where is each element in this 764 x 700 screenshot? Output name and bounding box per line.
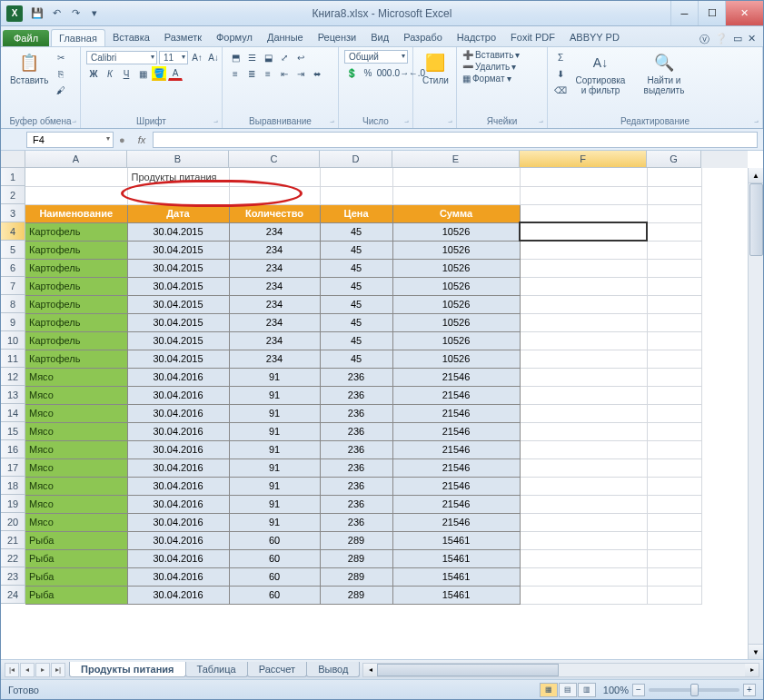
close-button[interactable]: ✕ [725,1,763,25]
row-header-1[interactable]: 1 [1,168,25,186]
ribbon-tab-6[interactable]: Вид [363,29,396,46]
ribbon-tab-9[interactable]: Foxit PDF [503,29,562,46]
row-header-7[interactable]: 7 [1,277,25,295]
cell-A2[interactable] [25,186,127,204]
cell-C12[interactable]: 91 [229,368,320,386]
cell-D24[interactable]: 289 [320,586,392,604]
cell-A4[interactable]: Картофель [25,222,127,241]
ribbon-tab-10[interactable]: ABBYY PD [562,29,627,46]
cells-grid[interactable]: Продукты питанияНаименованиеДатаКоличест… [25,168,748,659]
cell-F11[interactable] [520,350,647,368]
cell-A5[interactable]: Картофель [25,241,127,259]
last-sheet-icon[interactable]: ▸| [51,663,65,677]
cell-G24[interactable] [647,586,701,604]
cell-G17[interactable] [647,458,701,477]
cell-C16[interactable]: 91 [229,440,320,458]
col-header-E[interactable]: E [392,151,520,168]
cell-B20[interactable]: 30.04.2016 [127,513,229,531]
sheet-tab-0[interactable]: Продукты питания [69,662,186,677]
cell-D11[interactable]: 45 [320,350,392,368]
cell-E1[interactable] [392,168,520,186]
row-header-15[interactable]: 15 [1,422,25,440]
cell-B9[interactable]: 30.04.2015 [127,313,229,331]
row-header-9[interactable]: 9 [1,313,25,331]
row-header-2[interactable]: 2 [1,186,25,204]
align-middle-icon[interactable]: ☰ [244,50,259,64]
cell-F23[interactable] [520,567,647,586]
cell-A13[interactable]: Мясо [25,386,127,404]
fill-icon[interactable]: ⬇ [553,66,568,81]
save-icon[interactable]: 💾 [29,5,45,22]
scroll-down-icon[interactable]: ▼ [749,644,763,659]
cell-E3[interactable]: Сумма [392,204,520,222]
ribbon-tab-5[interactable]: Рецензи [311,29,364,46]
cell-B4[interactable]: 30.04.2015 [127,222,229,241]
cell-D16[interactable]: 236 [320,440,392,458]
col-header-G[interactable]: G [647,151,701,168]
wrap-text-icon[interactable]: ↩ [293,50,308,64]
cell-C10[interactable]: 234 [229,331,320,350]
page-layout-view-icon[interactable]: ▤ [559,683,577,697]
inc-decimal-icon[interactable]: .0→ [393,65,408,80]
cell-A17[interactable]: Мясо [25,458,127,477]
cell-E12[interactable]: 21546 [392,368,520,386]
cell-G11[interactable] [647,350,701,368]
sort-filter-button[interactable]: A↓ Сортировка и фильтр [570,50,631,97]
formula-input[interactable] [153,132,758,148]
cell-G22[interactable] [647,549,701,567]
cell-F8[interactable] [520,295,647,313]
cell-F15[interactable] [520,422,647,440]
cell-B10[interactable]: 30.04.2015 [127,331,229,350]
format-cells-button[interactable]: ▦Формат ▾ [462,74,511,84]
cell-B3[interactable]: Дата [127,204,229,222]
cell-B7[interactable]: 30.04.2015 [127,277,229,295]
cell-D10[interactable]: 45 [320,331,392,350]
cell-C19[interactable]: 91 [229,495,320,513]
row-header-3[interactable]: 3 [1,204,25,222]
cell-B11[interactable]: 30.04.2015 [127,350,229,368]
cell-C6[interactable]: 234 [229,259,320,277]
cell-G18[interactable] [647,477,701,495]
copy-icon[interactable]: ⎘ [54,66,68,81]
shrink-font-icon[interactable]: A↓ [206,50,221,64]
cell-E8[interactable]: 10526 [392,295,520,313]
cell-E15[interactable]: 21546 [392,422,520,440]
cell-E9[interactable]: 10526 [392,313,520,331]
cell-D12[interactable]: 236 [320,368,392,386]
cell-E7[interactable]: 10526 [392,277,520,295]
cell-E17[interactable]: 21546 [392,458,520,477]
cell-G4[interactable] [647,222,701,241]
cell-B5[interactable]: 30.04.2015 [127,241,229,259]
undo-icon[interactable]: ↶ [48,5,64,22]
cell-G23[interactable] [647,567,701,586]
cell-G19[interactable] [647,495,701,513]
cell-G2[interactable] [647,186,701,204]
cell-A15[interactable]: Мясо [25,422,127,440]
cell-B23[interactable]: 30.04.2016 [127,567,229,586]
row-header-23[interactable]: 23 [1,567,25,586]
cell-D20[interactable]: 236 [320,513,392,531]
cell-F19[interactable] [520,495,647,513]
cell-A9[interactable]: Картофель [25,313,127,331]
cell-D17[interactable]: 236 [320,458,392,477]
cell-G10[interactable] [647,331,701,350]
underline-button[interactable]: Ч [119,66,134,81]
cell-B21[interactable]: 30.04.2016 [127,531,229,549]
delete-cells-button[interactable]: ➖Удалить ▾ [462,62,516,72]
cell-C20[interactable]: 91 [229,513,320,531]
row-header-20[interactable]: 20 [1,513,25,531]
cell-C1[interactable] [229,168,320,186]
cell-F20[interactable] [520,513,647,531]
cell-B13[interactable]: 30.04.2016 [127,386,229,404]
cell-F4[interactable] [520,222,647,241]
merge-icon[interactable]: ⬌ [310,66,324,81]
cell-E6[interactable]: 10526 [392,259,520,277]
cell-A16[interactable]: Мясо [25,440,127,458]
cell-A18[interactable]: Мясо [25,477,127,495]
cell-G3[interactable] [647,204,701,222]
zoom-in-button[interactable]: + [743,684,756,696]
cell-F24[interactable] [520,586,647,604]
hscroll-thumb[interactable] [377,664,559,676]
cell-B22[interactable]: 30.04.2016 [127,549,229,567]
cell-E21[interactable]: 15461 [392,531,520,549]
